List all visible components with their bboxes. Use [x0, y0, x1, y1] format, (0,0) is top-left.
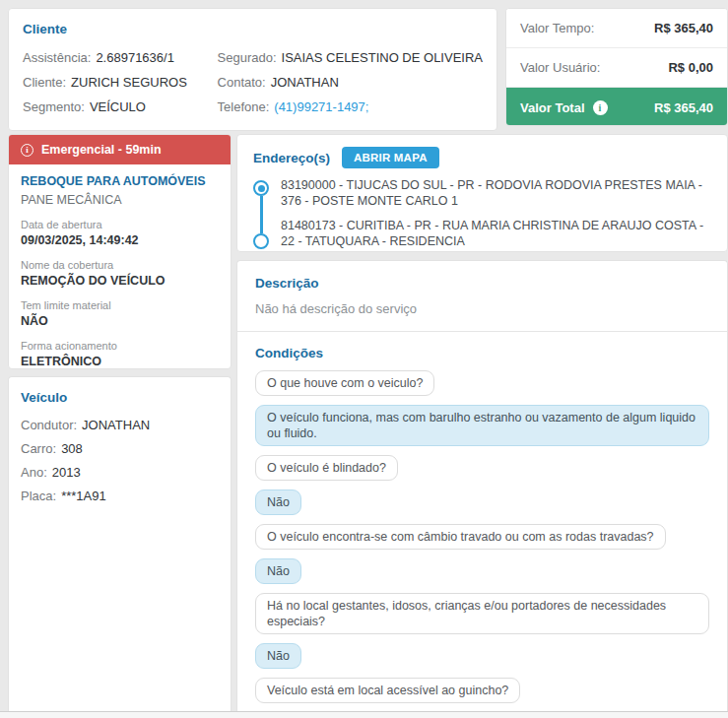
assistance-label: Assistência:: [23, 45, 91, 70]
insured-value: ISAIAS CELESTINO DE OLIVEIRA: [282, 45, 483, 70]
question-bubble: O veículo encontra-se com câmbio travado…: [255, 524, 666, 550]
client-card-title: Cliente: [23, 22, 483, 36]
answer-bubble: Não: [255, 643, 301, 669]
plate-value: ***1A91: [61, 485, 106, 508]
driver-field: Condutor: JONATHAN: [21, 414, 219, 437]
insured-field: Segurado: ISAIAS CELESTINO DE OLIVEIRA: [218, 45, 483, 70]
material-limit-group: Tem limite material NÃO: [21, 299, 219, 329]
question-bubble: O que houve com o veiculo?: [255, 370, 434, 396]
description-title: Descrição: [255, 276, 709, 291]
phone-field: Telefone: (41)99271-1497;: [218, 95, 483, 119]
activation-type-group: Forma acionamento ELETRÔNICO: [21, 340, 219, 369]
car-field: Carro: 308: [21, 437, 219, 461]
phone-label: Telefone:: [218, 95, 270, 119]
valor-tempo-row: Valor Tempo: R$ 365,40: [506, 9, 727, 48]
route-destination-icon: [253, 233, 269, 249]
year-value: 2013: [52, 461, 81, 485]
info-circle-icon: i: [21, 144, 33, 157]
phone-link[interactable]: (41)99271-1497;: [274, 95, 368, 119]
emergency-banner: i Emergencial - 59min: [9, 135, 231, 164]
contact-value: JONATHAN: [271, 70, 339, 95]
valor-usuario-row: Valor Usuário: R$ 0,00: [506, 48, 727, 88]
answer-bubble: Não: [255, 558, 301, 584]
question-bubble: O veículo é blindado?: [255, 455, 398, 481]
client-field: Cliente: ZURICH SEGUROS: [23, 70, 218, 95]
opening-date-label: Data de abertura: [21, 219, 219, 231]
assistance-field: Assistência: 2.68971636/1: [23, 45, 218, 70]
assistance-value: 2.68971636/1: [96, 45, 174, 70]
opening-date-value: 09/03/2025, 14:49:42: [21, 232, 219, 248]
driver-label: Condutor:: [21, 414, 77, 437]
valor-total-row: Valor Total i R$ 365,40: [506, 88, 727, 126]
coverage-name-group: Nome da cobertura REMOÇÃO DO VEÍCULO: [21, 259, 219, 289]
destination-address: 81480173 - CURITIBA - PR - RUA MARIA CHR…: [281, 218, 711, 249]
conditions-qa-list: O que houve com o veiculo? O veículo fun…: [255, 370, 709, 711]
totals-panel: Valor Tempo: R$ 365,40 Valor Usuário: R$…: [505, 8, 728, 126]
material-limit-label: Tem limite material: [21, 299, 219, 312]
valor-tempo-value: R$ 365,40: [654, 21, 713, 35]
plate-field: Placa: ***1A91: [21, 485, 219, 508]
answer-bubble: Não: [255, 490, 301, 515]
conditions-title: Condições: [255, 346, 709, 360]
valor-usuario-label: Valor Usuário:: [520, 60, 600, 75]
client-value: ZURICH SEGUROS: [71, 70, 187, 95]
question-bubble: Veículo está em local acessível ao guinc…: [255, 678, 520, 703]
valor-total-label: Valor Total: [520, 100, 585, 115]
material-limit-value: NÃO: [21, 313, 219, 329]
plate-label: Placa:: [21, 485, 56, 508]
client-label: Cliente:: [23, 70, 66, 95]
year-field: Ano: 2013: [21, 461, 219, 485]
service-card: i Emergencial - 59min REBOQUE PARA AUTOM…: [8, 134, 232, 369]
emergency-banner-label: Emergencial - 59min: [41, 143, 162, 157]
service-subtitle: PANE MECÂNICA: [21, 193, 219, 208]
info-icon[interactable]: i: [593, 100, 608, 115]
route-line: [260, 196, 263, 233]
insured-label: Segurado:: [218, 45, 277, 70]
segment-value: VEÍCULO: [90, 95, 146, 119]
addresses-card: Endereço(s) ABRIR MAPA 83190000 - TIJUCA…: [236, 134, 728, 252]
valor-tempo-label: Valor Tempo:: [520, 21, 594, 35]
car-label: Carro:: [21, 437, 56, 461]
segment-field: Segmento: VEÍCULO: [23, 95, 218, 119]
question-bubble: Há no local gestantes, idosos, crianças …: [255, 593, 709, 634]
valor-usuario-value: R$ 0,00: [668, 60, 713, 75]
route-diagram: [253, 180, 269, 249]
coverage-name-label: Nome da cobertura: [21, 259, 219, 272]
service-name: REBOQUE PARA AUTOMÓVEIS: [21, 174, 219, 189]
vehicle-card-title: Veículo: [21, 390, 219, 405]
section-divider: [237, 331, 727, 332]
activation-type-value: ELETRÔNICO: [21, 354, 219, 369]
coverage-name-value: REMOÇÃO DO VEÍCULO: [21, 273, 219, 289]
description-empty-text: Não há descrição do serviço: [255, 301, 709, 316]
contact-label: Contato:: [218, 70, 266, 95]
open-map-button[interactable]: ABRIR MAPA: [342, 147, 439, 168]
origin-address: 83190000 - TIJUCAS DO SUL - PR - RODOVIA…: [281, 177, 711, 209]
driver-value: JONATHAN: [82, 414, 150, 437]
year-label: Ano:: [21, 461, 47, 485]
client-card: Cliente Assistência: 2.68971636/1 Client…: [8, 8, 497, 131]
segment-label: Segmento:: [23, 95, 85, 119]
car-value: 308: [61, 437, 83, 461]
addresses-title: Endereço(s): [253, 151, 330, 165]
valor-total-value: R$ 365,40: [654, 100, 713, 115]
route-origin-icon: [253, 180, 269, 196]
description-conditions-card: Descrição Não há descrição do serviço Co…: [236, 260, 728, 711]
answer-bubble: O veículo funciona, mas com barulho estr…: [255, 405, 709, 446]
contact-field: Contato: JONATHAN: [218, 70, 483, 95]
vehicle-card: Veículo Condutor: JONATHAN Carro: 308 An…: [8, 376, 232, 711]
opening-date-group: Data de abertura 09/03/2025, 14:49:42: [21, 219, 219, 248]
page-bottom-divider: [0, 711, 728, 718]
activation-type-label: Forma acionamento: [21, 340, 219, 353]
